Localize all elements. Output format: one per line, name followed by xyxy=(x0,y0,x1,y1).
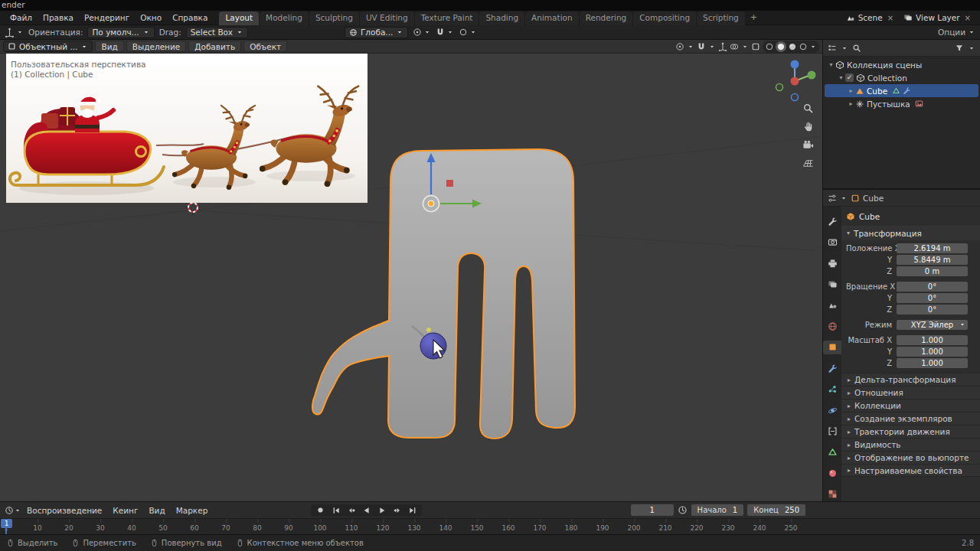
collapsed-section-header[interactable]: ▸ Настраиваемые свойства xyxy=(841,464,980,477)
outliner-row[interactable]: ▾ Коллекция сцены xyxy=(825,58,978,71)
collapsed-section-header[interactable]: ▸ Траектории движения xyxy=(841,425,980,438)
active-tool-widget[interactable] xyxy=(5,28,24,37)
transform-orientation-dropdown[interactable]: Глоба... xyxy=(345,27,408,38)
timeline-editor-icon[interactable] xyxy=(5,506,14,515)
rendered-shading-icon[interactable] xyxy=(799,42,808,51)
properties-tab[interactable] xyxy=(823,487,841,500)
mode-dropdown[interactable]: Объектный ... xyxy=(3,41,93,52)
field-value[interactable]: 0° xyxy=(897,305,968,315)
expander-icon[interactable]: ▾ xyxy=(827,61,835,68)
material-shading-icon[interactable] xyxy=(788,42,797,51)
collapsed-section-header[interactable]: ▸ Создание экземпляров xyxy=(841,412,980,425)
chevron-down-icon[interactable] xyxy=(741,43,749,51)
workspace-tab[interactable]: Shading xyxy=(479,11,524,25)
camera-view-icon[interactable] xyxy=(802,139,814,151)
properties-tab[interactable] xyxy=(823,466,841,480)
orientation-dropdown[interactable]: По умолч... xyxy=(87,27,154,38)
menu-item[interactable]: Рендеринг xyxy=(79,11,135,24)
outliner-editor-icon[interactable] xyxy=(828,44,837,53)
chevron-down-icon[interactable] xyxy=(708,43,716,51)
workspace-tab[interactable]: UV Editing xyxy=(360,11,414,25)
field-value[interactable]: 2.6194 m xyxy=(897,243,968,253)
solid-shading-active[interactable] xyxy=(776,41,786,52)
viewport-menu-item[interactable]: Добавить xyxy=(188,41,241,52)
properties-tab[interactable] xyxy=(823,298,841,312)
options-dropdown[interactable]: Опции xyxy=(938,28,975,37)
properties-editor-icon[interactable] xyxy=(828,194,837,203)
properties-tab[interactable] xyxy=(823,319,841,333)
field-value[interactable]: 1.000 xyxy=(897,347,968,357)
collapsed-section-header[interactable]: ▸ Коллекции xyxy=(841,399,980,412)
zoom-icon[interactable] xyxy=(802,103,814,114)
frame-end-field[interactable]: Конец 250 xyxy=(747,504,805,516)
ortho-grid-icon[interactable] xyxy=(802,158,814,169)
navigation-gizmo[interactable] xyxy=(776,60,816,101)
viewport-canvas[interactable]: Пользовательская перспектива (1) Collect… xyxy=(0,54,822,501)
scene-selector[interactable]: Scene × xyxy=(843,13,898,22)
wireframe-shading-icon[interactable] xyxy=(765,42,774,51)
expander-icon[interactable]: ▸ xyxy=(847,100,855,107)
play-reverse-button[interactable] xyxy=(359,504,374,517)
collection-checkbox[interactable] xyxy=(845,73,854,82)
timeline-menu-item[interactable]: Кеинг xyxy=(107,506,143,515)
workspace-tab[interactable]: Compositing xyxy=(633,11,696,25)
chevron-down-icon[interactable] xyxy=(809,43,817,51)
overlays-toggle-icon[interactable] xyxy=(730,42,739,51)
prev-keyframe-button[interactable] xyxy=(344,504,358,517)
collapsed-section-header[interactable]: ▸ Видимость xyxy=(841,438,980,451)
menu-item[interactable]: Файл xyxy=(5,11,38,24)
workspace-tab[interactable]: Texture Paint xyxy=(415,11,479,25)
menu-item[interactable]: Правка xyxy=(38,11,79,24)
frame-start-field[interactable]: Начало 1 xyxy=(691,504,744,516)
play-button[interactable] xyxy=(374,504,389,517)
properties-tab[interactable] xyxy=(823,277,841,291)
menu-item[interactable]: Окно xyxy=(135,11,167,24)
timeline-menu-item[interactable]: Вид xyxy=(143,506,170,515)
jump-to-end-button[interactable] xyxy=(405,504,420,517)
outliner-row[interactable]: ▾ Collection xyxy=(825,71,978,84)
viewport-menu-item[interactable]: Выделение xyxy=(126,41,187,52)
gizmos-toggle-icon[interactable] xyxy=(718,42,727,51)
chevron-down-icon[interactable] xyxy=(841,44,848,52)
drag-dropdown[interactable]: Select Box xyxy=(186,27,248,38)
next-keyframe-button[interactable] xyxy=(390,504,404,517)
properties-tab[interactable] xyxy=(823,256,841,270)
outliner-row[interactable]: ▸ Cube xyxy=(825,84,978,97)
proportional-editing-dropdown[interactable] xyxy=(459,28,477,37)
timeline-ruler[interactable]: 1102030405060708090100110120130140150160… xyxy=(0,518,980,534)
workspace-tab[interactable]: Animation xyxy=(525,11,579,25)
view-layer-selector[interactable]: View Layer × xyxy=(900,13,975,22)
properties-tab[interactable] xyxy=(823,235,841,249)
field-value[interactable]: 0 m xyxy=(897,266,968,276)
object-name-row[interactable]: Cube xyxy=(846,209,974,224)
properties-tab[interactable] xyxy=(823,341,841,354)
timeline-menu-item[interactable]: Воспроизведение xyxy=(21,506,107,515)
pivot-point-dropdown[interactable] xyxy=(413,28,431,37)
properties-tab[interactable] xyxy=(823,424,841,438)
field-value[interactable]: XYZ Эйлер xyxy=(897,320,968,330)
chevron-down-icon[interactable] xyxy=(968,44,975,52)
expander-icon[interactable]: ▾ xyxy=(837,74,845,81)
collapsed-section-header[interactable]: ▸ Дельта-трансформация xyxy=(841,373,980,386)
expander-icon[interactable]: ▸ xyxy=(847,87,855,94)
field-value[interactable]: 0° xyxy=(897,293,968,303)
collapsed-section-header[interactable]: ▸ Отношения xyxy=(841,386,980,399)
select-visibility-icon[interactable] xyxy=(675,42,684,51)
menu-item[interactable]: Справка xyxy=(167,11,213,24)
field-value[interactable]: 1.000 xyxy=(897,358,968,368)
properties-tab[interactable] xyxy=(823,445,841,459)
workspace-tab[interactable]: Sculpting xyxy=(309,11,359,25)
outliner-row[interactable]: ▸ Пустышка xyxy=(825,97,978,110)
filter-icon[interactable] xyxy=(955,44,964,53)
magnet-icon[interactable] xyxy=(697,42,706,51)
current-frame-field[interactable]: 1 xyxy=(631,504,674,516)
viewport-menu-item[interactable]: Вид xyxy=(95,41,123,52)
collapsed-section-header[interactable]: ▸ Отображение во вьюпорте xyxy=(841,451,980,464)
workspace-tab[interactable]: Modeling xyxy=(260,11,309,25)
workspace-tab[interactable]: Layout xyxy=(219,11,259,25)
auto-keying-clock-icon[interactable] xyxy=(678,505,688,515)
playhead[interactable]: 1 xyxy=(1,519,12,528)
pan-hand-icon[interactable] xyxy=(802,121,814,132)
add-workspace-button[interactable]: + xyxy=(746,11,762,24)
field-value[interactable]: 1.000 xyxy=(897,335,968,345)
